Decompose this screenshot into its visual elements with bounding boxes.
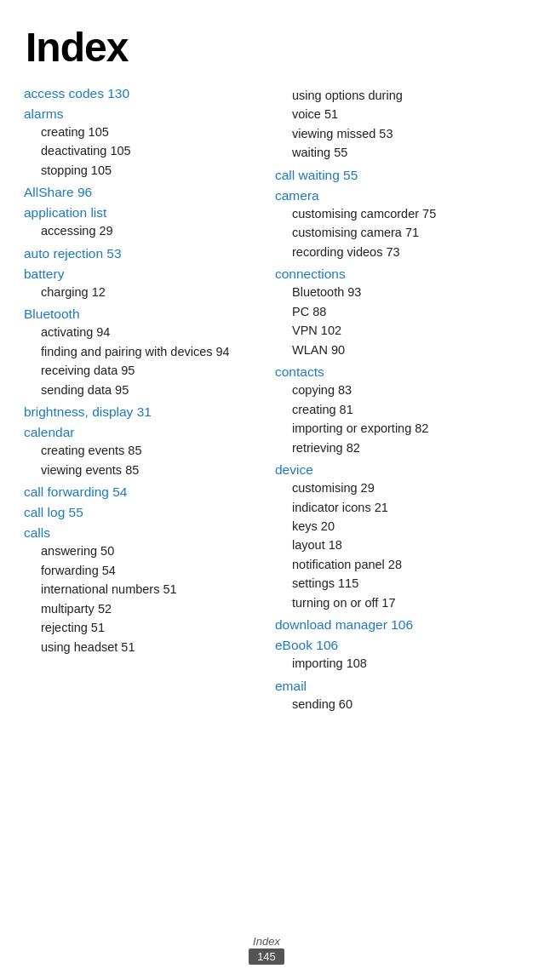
index-entry: emailsending 60: [275, 679, 509, 714]
index-entry: devicecustomising 29indicator icons 21ke…: [275, 462, 509, 612]
pre-line: viewing missed 53: [292, 124, 509, 143]
sub-item: sending 60: [292, 695, 509, 714]
sub-item: charging 12: [41, 283, 258, 301]
left-column: access codes 130alarmscreating 105deacti…: [15, 86, 266, 719]
sub-item: importing or exporting 82: [292, 419, 509, 438]
sub-item: stopping 105: [41, 161, 258, 180]
entry-sub-items: activating 94finding and pairing with de…: [41, 323, 258, 399]
sub-item: Bluetooth 93: [292, 283, 509, 301]
index-entry: calendarcreating events 85viewing events…: [24, 425, 258, 479]
sub-item: retrieving 82: [292, 438, 509, 457]
sub-item: copying 83: [292, 381, 509, 399]
entry-sub-items: customising 29indicator icons 21keys 20l…: [292, 479, 509, 612]
index-entry: Bluetoothactivating 94finding and pairin…: [24, 307, 258, 399]
sub-item: VPN 102: [292, 321, 509, 340]
sub-item: activating 94: [41, 323, 258, 341]
sub-item: international numbers 51: [41, 580, 258, 599]
page-title: Index: [0, 0, 533, 86]
sub-item: creating events 85: [41, 441, 258, 460]
sub-item: settings 115: [292, 574, 509, 593]
entry-term: eBook 106: [275, 638, 509, 653]
entry-sub-items: creating events 85viewing events 85: [41, 441, 258, 479]
entry-sub-items: copying 83creating 81importing or export…: [292, 381, 509, 457]
entry-term: call log 55: [24, 505, 258, 520]
sub-item: rejecting 51: [41, 618, 258, 637]
sub-item: multiparty 52: [41, 599, 258, 618]
sub-item: receiving data 95: [41, 361, 258, 380]
sub-item: customising camera 71: [292, 223, 509, 242]
index-entry: batterycharging 12: [24, 266, 258, 301]
footer-label: Index: [0, 935, 533, 948]
entry-sub-items: accessing 29: [41, 221, 258, 240]
sub-item: creating 81: [292, 400, 509, 419]
index-entry: callsanswering 50forwarding 54internatio…: [24, 525, 258, 656]
sub-item: creating 105: [41, 123, 258, 141]
right-column: using options duringvoice 51viewing miss…: [266, 86, 518, 719]
pre-line: voice 51: [292, 105, 509, 123]
entry-sub-items: importing 108: [292, 654, 509, 673]
entry-term: battery: [24, 266, 258, 282]
sub-item: importing 108: [292, 654, 509, 673]
index-entry: application listaccessing 29: [24, 205, 258, 240]
sub-item: customising camcorder 75: [292, 204, 509, 223]
index-entry: access codes 130: [24, 86, 258, 101]
entry-term: contacts: [275, 364, 509, 380]
pre-line: waiting 55: [292, 143, 509, 162]
sub-item: notification panel 28: [292, 555, 509, 574]
index-entry: call forwarding 54: [24, 484, 258, 500]
sub-item: PC 88: [292, 302, 509, 321]
entry-term: download manager 106: [275, 617, 509, 633]
entry-term: AllShare 96: [24, 185, 258, 200]
sub-item: sending data 95: [41, 381, 258, 399]
index-entry: alarmscreating 105deactivating 105stoppi…: [24, 106, 258, 180]
sub-item: forwarding 54: [41, 561, 258, 580]
pre-line: using options during: [292, 86, 509, 105]
sub-item: layout 18: [292, 536, 509, 554]
entry-term: Bluetooth: [24, 307, 258, 322]
entry-term: auto rejection 53: [24, 246, 258, 261]
entry-sub-items: sending 60: [292, 695, 509, 714]
sub-item: finding and pairing with devices 94: [41, 342, 258, 361]
index-entry: download manager 106: [275, 617, 509, 633]
index-entry: auto rejection 53: [24, 246, 258, 261]
sub-item: viewing events 85: [41, 461, 258, 479]
entry-term: call forwarding 54: [24, 484, 258, 500]
index-entry: call log 55: [24, 505, 258, 520]
sub-item: accessing 29: [41, 221, 258, 240]
index-entry: brightness, display 31: [24, 404, 258, 420]
page-footer: Index 145: [0, 935, 533, 965]
index-entry: contactscopying 83creating 81importing o…: [275, 364, 509, 457]
sub-item: customising 29: [292, 479, 509, 497]
entry-term: application list: [24, 205, 258, 221]
entry-term: call waiting 55: [275, 168, 509, 183]
sub-item: turning on or off 17: [292, 593, 509, 612]
sub-item: recording videos 73: [292, 243, 509, 261]
index-entry: eBook 106importing 108: [275, 638, 509, 673]
entry-sub-items: charging 12: [41, 283, 258, 301]
footer-page-number: 145: [249, 948, 284, 965]
entry-term: calls: [24, 525, 258, 541]
sub-item: answering 50: [41, 542, 258, 560]
sub-item: WLAN 90: [292, 341, 509, 359]
entry-term: brightness, display 31: [24, 404, 258, 420]
index-entry: using options duringvoice 51viewing miss…: [275, 86, 509, 163]
sub-item: deactivating 105: [41, 141, 258, 160]
index-entry: call waiting 55: [275, 168, 509, 183]
entry-term: calendar: [24, 425, 258, 440]
index-entry: AllShare 96: [24, 185, 258, 200]
entry-sub-items: answering 50forwarding 54international n…: [41, 542, 258, 656]
entry-sub-items: customising camcorder 75customising came…: [292, 204, 509, 261]
sub-item: using headset 51: [41, 638, 258, 656]
entry-sub-items: Bluetooth 93PC 88VPN 102WLAN 90: [292, 283, 509, 359]
entry-pre-lines: using options duringvoice 51viewing miss…: [292, 86, 509, 163]
entry-term: access codes 130: [24, 86, 258, 101]
index-entry: cameracustomising camcorder 75customisin…: [275, 188, 509, 261]
entry-term: connections: [275, 266, 509, 282]
entry-term: device: [275, 462, 509, 478]
entry-term: camera: [275, 188, 509, 203]
entry-term: alarms: [24, 106, 258, 122]
sub-item: indicator icons 21: [292, 498, 509, 517]
entry-term: email: [275, 679, 509, 694]
sub-item: keys 20: [292, 517, 509, 536]
index-entry: connectionsBluetooth 93PC 88VPN 102WLAN …: [275, 266, 509, 359]
